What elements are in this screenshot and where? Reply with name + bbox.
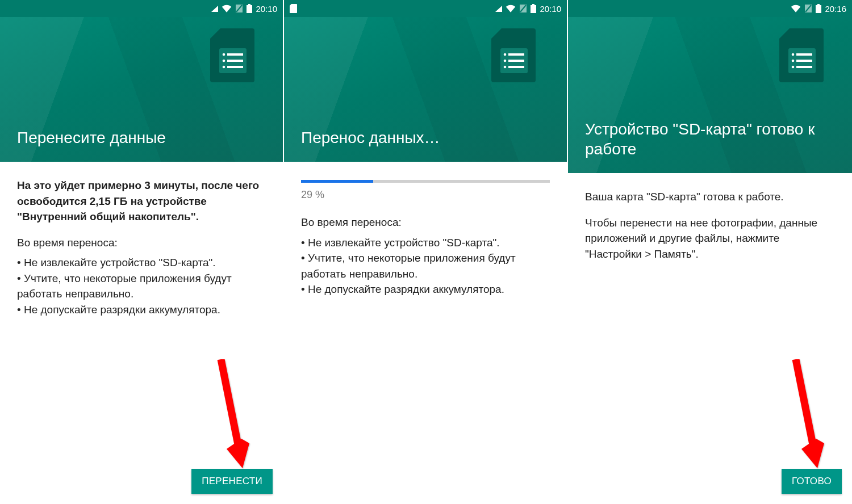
wifi-icon xyxy=(506,5,516,12)
status-bar: 20:10 xyxy=(284,0,567,17)
done-line-1: Ваша карта "SD-карта" готова к работе. xyxy=(585,189,835,205)
during-heading: Во время переноса: xyxy=(17,235,266,251)
sd-card-icon xyxy=(779,28,824,85)
screen-transfer-progress: 20:10 Перенос данных… 29 % Во время пере… xyxy=(284,0,568,504)
summary-text: На это уйдет примерно 3 минуты, после че… xyxy=(17,178,266,225)
svg-point-18 xyxy=(504,53,507,56)
battery-icon xyxy=(816,4,821,13)
battery-icon xyxy=(531,4,536,13)
status-time: 20:16 xyxy=(825,4,846,14)
signal-icon xyxy=(211,6,218,12)
status-time: 20:10 xyxy=(540,4,561,14)
svg-rect-21 xyxy=(508,60,524,62)
bullet-item: • Не извлекайте устройство "SD-карта". xyxy=(17,255,266,271)
content-area: На это уйдет примерно 3 минуты, после че… xyxy=(0,162,283,504)
progress-percent-label: 29 % xyxy=(301,187,550,202)
svg-rect-3 xyxy=(248,4,250,5)
bullet-item: • Не допускайте разрядки аккумулятора. xyxy=(17,302,266,318)
bullet-item: • Учтите, что некоторые приложения будут… xyxy=(17,271,266,302)
svg-rect-16 xyxy=(532,4,534,5)
header: Перенос данных… xyxy=(284,17,567,162)
status-bar: 20:10 xyxy=(0,0,283,17)
sd-card-icon xyxy=(491,28,536,85)
screen-transfer-done: 20:16 Устройство "SD-карта" готово к раб… xyxy=(568,0,852,504)
sd-card-icon xyxy=(210,28,254,85)
signal-icon xyxy=(495,6,502,12)
during-heading: Во время переноса: xyxy=(301,215,550,230)
svg-rect-2 xyxy=(247,5,252,13)
svg-point-22 xyxy=(504,66,507,69)
wifi-icon xyxy=(222,5,232,12)
svg-rect-34 xyxy=(796,66,812,68)
do-not-disturb-icon xyxy=(235,4,243,13)
done-line-2: Чтобы перенести на нее фотографии, данны… xyxy=(585,215,835,262)
screen-transfer-prompt: 20:10 Перенесите данные На это уйдет при… xyxy=(0,0,284,504)
progress-bar: 29 % xyxy=(301,180,550,202)
bullet-item: • Не извлекайте устройство "SD-карта". xyxy=(301,235,550,251)
svg-rect-30 xyxy=(796,53,812,56)
do-not-disturb-icon xyxy=(804,4,812,13)
page-title: Перенос данных… xyxy=(301,128,550,148)
bullet-item: • Не допускайте разрядки аккумулятора. xyxy=(301,282,550,297)
header: Перенесите данные xyxy=(0,17,283,162)
done-button[interactable]: ГОТОВО xyxy=(782,469,842,494)
svg-rect-15 xyxy=(531,5,536,13)
page-title: Перенесите данные xyxy=(17,128,266,148)
content-area: 29 % Во время переноса: • Не извлекайте … xyxy=(284,162,567,504)
transfer-button[interactable]: ПЕРЕНЕСТИ xyxy=(191,469,273,494)
status-time: 20:10 xyxy=(256,4,277,14)
svg-rect-26 xyxy=(816,5,821,13)
page-title: Устройство "SD-карта" готово к работе xyxy=(585,119,835,159)
svg-rect-6 xyxy=(227,53,243,56)
svg-point-33 xyxy=(792,66,795,69)
battery-icon xyxy=(247,4,252,13)
svg-rect-8 xyxy=(227,60,243,62)
header: Устройство "SD-карта" готово к работе xyxy=(568,17,852,173)
svg-rect-10 xyxy=(227,66,243,68)
svg-rect-19 xyxy=(508,53,524,56)
wifi-icon xyxy=(791,5,801,12)
svg-point-9 xyxy=(223,66,225,69)
do-not-disturb-icon xyxy=(519,4,527,13)
svg-rect-32 xyxy=(796,60,812,62)
svg-point-7 xyxy=(223,60,225,62)
sd-notification-icon xyxy=(290,4,297,13)
svg-rect-27 xyxy=(817,4,820,5)
bullet-item: • Учтите, что некоторые приложения будут… xyxy=(301,250,550,282)
svg-point-31 xyxy=(792,60,795,62)
svg-point-29 xyxy=(792,53,795,56)
svg-rect-23 xyxy=(508,66,524,68)
content-area: Ваша карта "SD-карта" готова к работе. Ч… xyxy=(568,173,852,504)
svg-point-20 xyxy=(504,60,507,62)
svg-point-5 xyxy=(223,53,225,56)
status-bar: 20:16 xyxy=(568,0,852,17)
